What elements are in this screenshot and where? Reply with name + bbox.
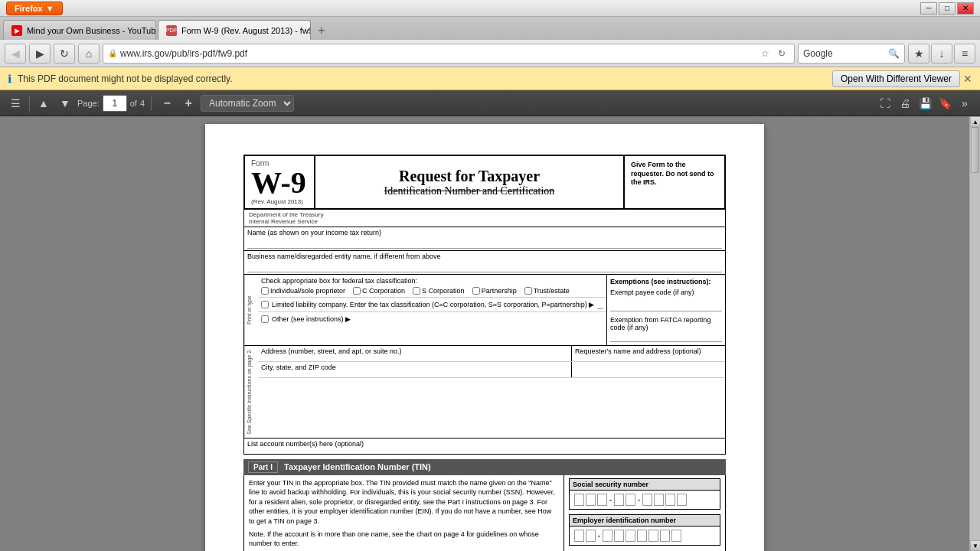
maximize-button[interactable]: □ — [939, 2, 956, 15]
refresh-addr[interactable]: ↻ — [774, 46, 789, 61]
check-scorp[interactable]: S Corporation — [413, 287, 465, 295]
info-icon: ℹ — [8, 73, 11, 85]
check-ccorp[interactable]: C Corporation — [353, 287, 405, 295]
open-different-viewer-button[interactable]: Open With Different Viewer — [832, 70, 960, 87]
ssn-digit — [597, 494, 607, 506]
firefox-button[interactable]: Firefox ▼ — [6, 2, 63, 15]
check-scorp-label: S Corporation — [422, 287, 465, 295]
check-individual[interactable]: Individual/sole proprietor — [261, 287, 345, 295]
address-row: See Specific Instructions on page 2. Add… — [244, 346, 725, 439]
download-button[interactable]: ↓ — [931, 44, 952, 64]
bookmarks-button[interactable]: ★ — [908, 44, 929, 64]
ssn-digit — [654, 494, 664, 506]
other-label: Other (see instructions) ▶ — [272, 315, 351, 323]
home-button[interactable]: ⌂ — [78, 44, 100, 64]
scroll-up-button[interactable]: ▲ — [970, 116, 980, 127]
window-controls: ─ □ ✕ — [920, 2, 974, 15]
ssn-fields: - - — [570, 491, 720, 509]
bookmark-pdf-button[interactable]: 🔖 — [936, 94, 954, 112]
part1-content: Enter your TIN in the appropriate box. T… — [243, 475, 726, 551]
menu-button[interactable]: ≡ — [954, 44, 975, 64]
form-rev: (Rev. August 2013) — [251, 198, 308, 205]
ssn-group1 — [574, 494, 607, 506]
check-partnership[interactable]: Partnership — [472, 287, 517, 295]
zoom-in-button[interactable]: + — [179, 94, 198, 112]
info-text: This PDF document might not be displayed… — [18, 73, 233, 84]
ssn-box: Social security number - — [569, 478, 720, 510]
ssn-group2 — [614, 494, 635, 506]
pdf-page: Form W-9 (Rev. August 2013) Request for … — [205, 124, 764, 551]
checkbox-trust[interactable] — [524, 287, 532, 295]
ssn-digit — [626, 494, 635, 506]
address-text: www.irs.gov/pub/irs-pdf/fw9.pdf — [120, 48, 754, 59]
tab-pdf-label: Form W-9 (Rev. August 2013) - fw9.pdf — [181, 26, 311, 35]
scroll-thumb[interactable] — [971, 127, 979, 173]
check-ccorp-label: C Corporation — [362, 287, 405, 295]
checkbox-other[interactable] — [261, 315, 269, 323]
minimize-button[interactable]: ─ — [920, 2, 937, 15]
address-icon: 🔒 — [108, 49, 117, 57]
checkboxes: Individual/sole proprietor C Corporation… — [261, 287, 603, 295]
info-bar: ℹ This PDF document might not be display… — [0, 67, 980, 90]
tin-note: Note. If the account is in more than one… — [249, 530, 559, 549]
fullscreen-button[interactable]: ⛶ — [876, 94, 894, 112]
scroll-down-button[interactable]: ▼ — [970, 540, 980, 551]
page-label: Page: — [77, 99, 100, 108]
checkbox-partnership[interactable] — [472, 287, 480, 295]
search-icon: 🔍 — [888, 48, 900, 59]
new-tab-button[interactable]: + — [312, 21, 331, 40]
reload-button[interactable]: ↻ — [54, 44, 75, 64]
ein-digit — [614, 530, 624, 542]
print-button[interactable]: 🖨 — [896, 94, 914, 112]
check-trust-label: Trust/estate — [534, 287, 570, 295]
checkbox-ccorp[interactable] — [353, 287, 361, 295]
ssn-sep1: - — [609, 496, 612, 504]
address-line2: City, state, and ZIP code — [258, 362, 725, 378]
account-row: List account number(s) here (optional) — [244, 439, 725, 454]
page-input[interactable]: 1 — [103, 95, 127, 112]
tab-youtube[interactable]: ▶ Mind your Own Business - YouTube ✕ — [3, 20, 156, 40]
address-actions: ☆ ↻ — [757, 46, 789, 61]
ein-digit — [671, 530, 681, 542]
bookmark-star[interactable]: ☆ — [757, 46, 773, 61]
search-bar[interactable]: Google 🔍 — [798, 44, 905, 64]
ein-digit — [660, 530, 670, 542]
next-page-button[interactable]: ▼ — [56, 94, 74, 112]
checkbox-llc[interactable] — [261, 301, 269, 308]
pdf-scroll[interactable]: Form W-9 (Rev. August 2013) Request for … — [0, 116, 969, 551]
save-button[interactable]: 💾 — [916, 94, 934, 112]
close-button[interactable]: ✕ — [957, 2, 974, 15]
back-button[interactable]: ◀ — [5, 44, 26, 64]
close-info-bar[interactable]: ✕ — [963, 73, 972, 85]
checkbox-scorp[interactable] — [413, 287, 420, 295]
more-tools-button[interactable]: » — [956, 94, 974, 112]
form-header: Form W-9 (Rev. August 2013) Request for … — [243, 155, 726, 210]
business-name-row: Business name/disregarded entity name, i… — [244, 251, 725, 275]
scrollbar[interactable]: ▲ ▼ — [969, 116, 980, 551]
zoom-out-button[interactable]: − — [158, 94, 176, 112]
ssn-digit — [642, 494, 652, 506]
search-engine-label: Google — [803, 48, 885, 59]
llc-row: Limited liability company. Enter the tax… — [258, 298, 606, 312]
check-trust[interactable]: Trust/estate — [524, 287, 570, 295]
address-field: Address (number, street, and apt. or sui… — [258, 346, 572, 361]
checkbox-individual[interactable] — [261, 287, 269, 295]
title-bar: Firefox ▼ ─ □ ✕ — [0, 0, 980, 17]
ein-group1 — [574, 530, 596, 542]
address-bar[interactable]: 🔒 www.irs.gov/pub/irs-pdf/fw9.pdf ☆ ↻ — [103, 44, 795, 64]
forward-button[interactable]: ▶ — [29, 44, 51, 64]
side-label-instructions: See Specific Instructions on page 2. — [244, 346, 258, 438]
prev-page-button[interactable]: ▲ — [34, 94, 53, 112]
content-area: Form W-9 (Rev. August 2013) Request for … — [0, 116, 980, 551]
address-line1: Address (number, street, and apt. or sui… — [258, 346, 725, 362]
tab-pdf[interactable]: PDF Form W-9 (Rev. August 2013) - fw9.pd… — [158, 20, 311, 40]
dropdown-arrow: ▼ — [46, 4, 54, 13]
other-row: Other (see instructions) ▶ — [258, 312, 606, 326]
zoom-select[interactable]: Automatic Zoom — [201, 95, 294, 112]
main-title: Request for Taxpayer — [318, 168, 620, 185]
toggle-sidebar-button[interactable]: ☰ — [6, 94, 24, 112]
scroll-track[interactable] — [970, 127, 980, 540]
check-label-row: Check appropriate box for federal tax cl… — [258, 275, 606, 298]
exempt-payee-label: Exempt payee code (if any) — [610, 289, 722, 296]
part1-header: Part I Taxpayer Identification Number (T… — [243, 459, 726, 475]
